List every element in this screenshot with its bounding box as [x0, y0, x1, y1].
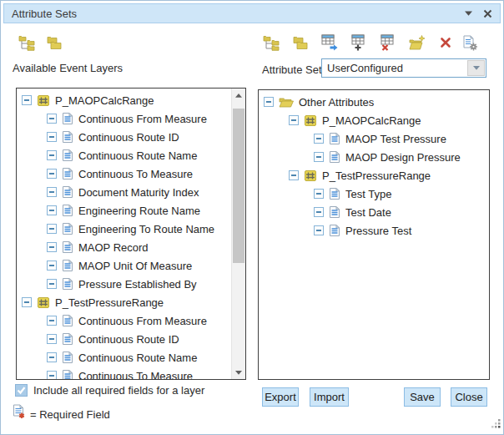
tree-item-p-maopcalcrange[interactable]: P_MAOPCalcRange	[259, 111, 489, 129]
collapse-toggle[interactable]	[314, 225, 324, 235]
tree-item-test-date[interactable]: Test Date	[259, 203, 489, 221]
tree-item-p-maopcalcrange[interactable]: P_MAOPCalcRange	[17, 91, 231, 109]
tree-item-label: Continuous Route Name	[78, 149, 197, 162]
tree-item-continuous-from-measure[interactable]: Continuous From Measure	[17, 311, 231, 330]
tree-item-p-testpressurerange[interactable]: P_TestPressureRange	[259, 166, 489, 185]
tree-item-p-testpressurerange[interactable]: P_TestPressureRange	[17, 293, 231, 311]
collapse-toggle[interactable]	[47, 132, 57, 142]
tree-item-label: Pressure Established By	[78, 278, 197, 291]
tree-item-label: MAOP Design Pressure	[345, 151, 461, 164]
expand-tree-icon[interactable]	[261, 33, 281, 53]
close-icon[interactable]	[483, 9, 492, 18]
collapse-toggle[interactable]	[47, 371, 57, 379]
collapse-toggle[interactable]	[22, 95, 32, 105]
collapse-toggle[interactable]	[47, 224, 57, 234]
close-button[interactable]: Close	[451, 387, 487, 407]
tree-item-label: P_TestPressureRange	[55, 296, 164, 309]
collapse-folders-icon[interactable]	[290, 33, 310, 53]
document-icon	[62, 314, 73, 327]
tree-item-pressure-test[interactable]: Pressure Test	[259, 221, 489, 240]
save-button[interactable]: Save	[404, 387, 441, 407]
tree-item-label: P_MAOPCalcRange	[55, 94, 154, 107]
document-icon	[62, 130, 73, 144]
export-button[interactable]: Export	[262, 387, 299, 407]
collapse-toggle[interactable]	[314, 152, 324, 162]
collapse-toggle[interactable]	[47, 187, 57, 197]
collapse-folders-icon[interactable]	[44, 33, 64, 53]
window-menu-caret-icon[interactable]	[465, 11, 472, 16]
collapse-toggle[interactable]	[289, 170, 299, 180]
tree-item-continuous-route-id[interactable]: Continuous Route ID	[17, 330, 231, 348]
document-icon	[62, 112, 73, 125]
collapse-toggle[interactable]	[47, 242, 57, 252]
document-icon	[329, 150, 340, 164]
collapse-toggle[interactable]	[47, 352, 57, 362]
tree-item-engineering-to-route-name[interactable]: Engineering To Route Name	[17, 220, 231, 238]
document-icon	[329, 187, 340, 200]
document-icon	[62, 332, 73, 346]
folder-new-icon[interactable]	[407, 33, 427, 53]
tree-item-continuous-route-name[interactable]: Continuous Route Name	[17, 146, 231, 164]
import-button[interactable]: Import	[310, 387, 349, 407]
tree-item-continuous-route-id[interactable]: Continuous Route ID	[17, 128, 231, 146]
collapse-toggle[interactable]	[264, 97, 274, 107]
collapse-toggle[interactable]	[47, 205, 57, 215]
tree-item-continuous-from-measure[interactable]: Continuous From Measure	[17, 109, 231, 128]
tree-item-label: Continuous From Measure	[78, 113, 207, 125]
collapse-toggle[interactable]	[47, 316, 57, 326]
collapse-toggle[interactable]	[314, 134, 324, 144]
table-x-icon[interactable]	[378, 33, 398, 53]
collapse-toggle[interactable]	[314, 207, 324, 217]
tree-item-label: Continuous Route ID	[78, 131, 179, 144]
collapse-toggle[interactable]	[289, 115, 299, 125]
tree-item-maop-test-pressure[interactable]: MAOP Test Pressure	[259, 129, 489, 148]
tree-item-label: MAOP Unit Of Measure	[78, 260, 192, 272]
table-arrow-icon[interactable]	[320, 33, 340, 53]
collapse-toggle[interactable]	[22, 297, 32, 307]
expand-tree-icon[interactable]	[17, 33, 37, 53]
attribute-set-label: Attribute Set:	[262, 63, 325, 76]
tree-item-pressure-established-by[interactable]: Pressure Established By	[17, 275, 231, 293]
resize-grip[interactable]	[491, 417, 501, 432]
attribute-set-dropdown[interactable]: UserConfigured	[321, 58, 486, 78]
window-title: Attribute Sets	[12, 8, 77, 20]
scrollbar-thumb[interactable]	[233, 109, 244, 263]
tree-item-label: P_MAOPCalcRange	[322, 114, 421, 127]
tree-item-engineering-route-name[interactable]: Engineering Route Name	[17, 201, 231, 220]
tree-item-continuous-to-measure[interactable]: Continuous To Measure	[17, 164, 231, 183]
tree-item-label: Test Date	[345, 206, 391, 219]
collapse-toggle[interactable]	[47, 150, 57, 160]
tree-item-test-type[interactable]: Test Type	[259, 185, 489, 203]
vertical-scrollbar[interactable]	[231, 89, 245, 379]
tree-item-continuous-route-name[interactable]: Continuous Route Name	[17, 348, 231, 367]
table-plus-icon[interactable]	[349, 33, 369, 53]
collapse-toggle[interactable]	[47, 169, 57, 179]
include-required-fields-checkbox[interactable]	[15, 384, 28, 397]
dropdown-arrow-button[interactable]	[467, 60, 485, 76]
available-layers-tree: P_MAOPCalcRangeContinuous From MeasureCo…	[17, 89, 231, 379]
delete-x-icon[interactable]	[436, 33, 456, 53]
scroll-up-icon[interactable]	[232, 89, 245, 102]
collapse-toggle[interactable]	[314, 189, 324, 199]
document-icon	[62, 240, 73, 254]
tree-item-document-maturity-index[interactable]: Document Maturity Index	[17, 183, 231, 201]
document-icon	[62, 204, 73, 217]
document-gear-icon[interactable]	[460, 33, 480, 53]
scroll-down-icon[interactable]	[232, 366, 245, 379]
tree-item-maop-unit-of-measure[interactable]: MAOP Unit Of Measure	[17, 256, 231, 275]
collapse-toggle[interactable]	[47, 279, 57, 289]
tree-item-continuous-to-measure[interactable]: Continuous To Measure	[17, 367, 231, 379]
tree-item-maop-record[interactable]: MAOP Record	[17, 238, 231, 256]
collapse-toggle[interactable]	[47, 260, 57, 271]
tree-item-label: Other Attributes	[299, 96, 374, 109]
tree-item-label: Continuous Route Name	[78, 352, 197, 364]
collapse-toggle[interactable]	[47, 114, 57, 124]
tree-item-maop-design-pressure[interactable]: MAOP Design Pressure	[259, 148, 489, 166]
tree-item-label: MAOP Record	[78, 241, 149, 254]
tree-item-label: Engineering Route Name	[78, 205, 200, 217]
document-icon	[62, 369, 73, 379]
tree-item-other-attributes[interactable]: Other Attributes	[259, 93, 489, 111]
title-bar: Attribute Sets	[3, 3, 501, 23]
attribute-set-value: UserConfigured	[327, 62, 403, 74]
collapse-toggle[interactable]	[47, 334, 57, 344]
